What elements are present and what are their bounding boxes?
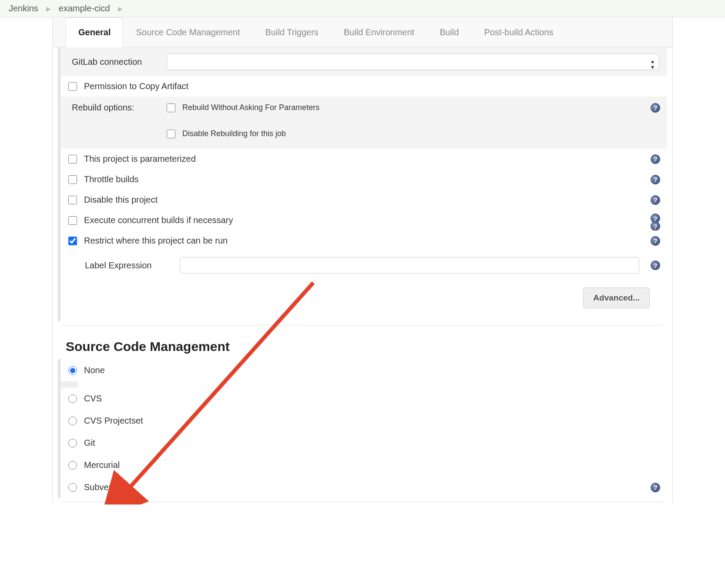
scm-label-none: None xyxy=(84,365,105,375)
gitlab-connection-label: GitLab connection xyxy=(72,57,154,67)
help-icon[interactable]: ? xyxy=(651,195,660,205)
rebuild-without-params-label: Rebuild Without Asking For Parameters xyxy=(182,103,319,112)
gitlab-connection-select[interactable] xyxy=(167,53,659,70)
rebuild-without-params-checkbox[interactable] xyxy=(167,104,175,112)
gitlab-connection-row: GitLab connection ▴▾ xyxy=(60,47,667,76)
disable-rebuilding-checkbox[interactable] xyxy=(167,130,175,138)
scm-label-cvs-projectset: CVS Projectset xyxy=(84,416,143,426)
label-expression-input[interactable] xyxy=(180,257,639,274)
throttle-builds-checkbox[interactable] xyxy=(68,175,77,184)
scm-radio-none[interactable] xyxy=(68,366,77,375)
breadcrumb: Jenkins ▶ example-cicd ▶ xyxy=(0,0,725,17)
concurrent-builds-row: Execute concurrent builds if necessary ?… xyxy=(60,210,667,231)
parameterized-label: This project is parameterized xyxy=(84,154,196,164)
restrict-node-label: Restrict where this project can be run xyxy=(84,236,228,246)
disable-rebuilding-label: Disable Rebuilding for this job xyxy=(182,129,286,138)
scm-radio-mercurial[interactable] xyxy=(68,461,77,470)
advanced-button[interactable]: Advanced... xyxy=(583,287,650,308)
help-icon[interactable]: ? xyxy=(651,221,660,231)
disable-project-checkbox[interactable] xyxy=(68,196,77,204)
scm-radio-cvs-projectset[interactable] xyxy=(68,417,77,425)
rebuild-options-label: Rebuild options: xyxy=(72,103,154,113)
permission-copy-artifact-label: Permission to Copy Artifact xyxy=(84,81,188,91)
tab-build-environment[interactable]: Build Environment xyxy=(331,17,427,47)
restrict-node-row: Restrict where this project can be run ? xyxy=(60,231,667,251)
scm-marker xyxy=(60,381,78,388)
scm-section: None CVS CVS Projectset Git Mercurial Su… xyxy=(58,359,667,498)
breadcrumb-project[interactable]: example-cicd xyxy=(59,3,110,13)
breadcrumb-root[interactable]: Jenkins xyxy=(9,3,38,13)
scm-label-cvs: CVS xyxy=(84,394,102,404)
config-tabs: General Source Code Management Build Tri… xyxy=(53,17,672,47)
scm-option-mercurial: Mercurial xyxy=(60,454,667,476)
throttle-builds-label: Throttle builds xyxy=(84,174,139,184)
breadcrumb-sep-icon: ▶ xyxy=(118,5,123,12)
scm-radio-git[interactable] xyxy=(68,439,77,448)
advanced-row: Advanced... xyxy=(60,280,667,321)
scm-option-cvs-projectset: CVS Projectset xyxy=(60,410,667,432)
help-icon[interactable]: ? xyxy=(651,154,660,164)
tab-post-build[interactable]: Post-build Actions xyxy=(472,17,566,47)
concurrent-builds-checkbox[interactable] xyxy=(68,216,77,225)
restrict-node-checkbox[interactable] xyxy=(68,237,77,245)
scm-option-subversion: Subversion ? xyxy=(60,476,667,498)
scm-option-git: Git xyxy=(60,432,667,454)
label-expression-label: Label Expression xyxy=(85,261,168,271)
scm-heading: Source Code Management xyxy=(53,329,672,359)
rebuild-options-row-1: Rebuild options: Rebuild Without Asking … xyxy=(60,97,667,119)
section-divider xyxy=(61,502,664,502)
scm-radio-subversion[interactable] xyxy=(68,483,77,492)
help-icon[interactable]: ? xyxy=(651,483,660,492)
throttle-builds-row: Throttle builds ? xyxy=(60,169,667,190)
disable-project-row: Disable this project ? xyxy=(60,190,667,210)
permission-copy-artifact-row: Permission to Copy Artifact xyxy=(60,76,667,97)
disable-project-label: Disable this project xyxy=(84,195,158,205)
label-expression-row: Label Expression ? xyxy=(60,251,667,280)
concurrent-builds-label: Execute concurrent builds if necessary xyxy=(84,215,233,225)
breadcrumb-sep-icon: ▶ xyxy=(46,5,51,12)
tab-scm[interactable]: Source Code Management xyxy=(123,17,252,47)
scm-option-cvs: CVS xyxy=(60,388,667,410)
scm-label-git: Git xyxy=(84,438,95,448)
scm-radio-cvs[interactable] xyxy=(68,394,77,403)
tab-general[interactable]: General xyxy=(66,17,123,47)
tab-build-triggers[interactable]: Build Triggers xyxy=(253,17,331,47)
help-icon[interactable]: ? xyxy=(651,175,660,184)
tab-build[interactable]: Build xyxy=(427,17,471,47)
config-panel: General Source Code Management Build Tri… xyxy=(52,17,673,502)
section-divider xyxy=(61,325,664,325)
help-stack: ? ? xyxy=(651,214,660,229)
parameterized-row: This project is parameterized ? xyxy=(60,149,667,169)
help-icon[interactable]: ? xyxy=(651,103,660,113)
help-icon[interactable]: ? xyxy=(651,236,660,246)
help-icon[interactable]: ? xyxy=(651,261,660,270)
scm-label-subversion: Subversion xyxy=(84,482,128,492)
general-section: GitLab connection ▴▾ Permission to Copy … xyxy=(58,47,667,321)
permission-copy-artifact-checkbox[interactable] xyxy=(68,82,77,91)
scm-option-none: None xyxy=(60,359,667,381)
parameterized-checkbox[interactable] xyxy=(68,155,77,164)
rebuild-options-row-2: Disable Rebuilding for this job xyxy=(60,119,667,149)
scm-label-mercurial: Mercurial xyxy=(84,460,120,470)
